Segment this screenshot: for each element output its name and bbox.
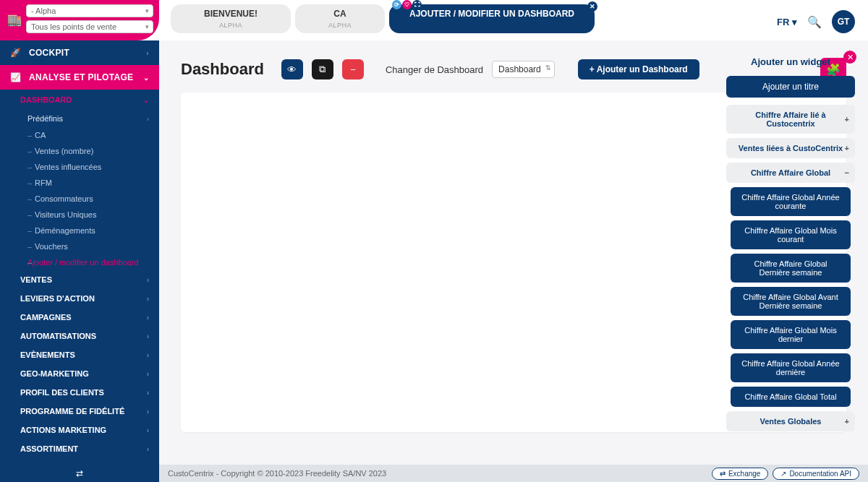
sidebar-leaf-rfm[interactable]: RFM — [0, 175, 159, 191]
accordion-label: Chiffre Affaire Global — [751, 168, 830, 177]
chevron-right-icon: › — [147, 408, 149, 416]
tab-ca[interactable]: CA ALPHA — [295, 4, 385, 33]
avatar[interactable]: GT — [832, 10, 855, 33]
sidebar-label: PROGRAMME DE FIDÉLITÉ — [20, 407, 124, 416]
chart-icon: 📈 — [10, 72, 23, 82]
add-title-button[interactable]: Ajouter un titre — [726, 76, 855, 98]
chevron-right-icon: › — [147, 295, 149, 303]
docs-button[interactable]: ↗Documentation API — [773, 468, 859, 480]
accordion-ventes-custocentrix[interactable]: Ventes liées à CustoCentrix+ — [726, 138, 855, 158]
sidebar-leaf-ajouter[interactable]: Ajouter / modifier un dashboard — [0, 254, 159, 270]
widget-chip[interactable]: Chiffre Affaire Global Mois courant — [731, 220, 851, 249]
sidebar-label: EVÈNEMENTS — [20, 350, 75, 359]
sidebar-dashboard[interactable]: DASHBOARD ⌄ — [0, 90, 159, 110]
sidebar-cat-collecte[interactable]: COLLECTE ET GESTION DE DONNÉES› — [0, 458, 159, 465]
sidebar-leaf-ventes-influencees[interactable]: Ventes influencées — [0, 159, 159, 175]
sidebar-cat-fidelite[interactable]: PROGRAMME DE FIDÉLITÉ› — [0, 402, 159, 421]
exchange-button[interactable]: ⇄Exchange — [712, 468, 768, 480]
footer: CustoCentrix - Copyright © 2010-2023 Fre… — [159, 465, 868, 482]
rocket-icon: 🚀 — [10, 48, 23, 58]
accordion-ca-custocentrix[interactable]: Chiffre Affaire lié à Custocentrix+ — [726, 105, 855, 134]
sidebar-cat-automatisations[interactable]: AUTOMATISATIONS› — [0, 327, 159, 345]
expand-icon[interactable]: ⛶ — [412, 0, 422, 9]
sidebar-leaf-ventes-nombre[interactable]: Ventes (nombre) — [0, 143, 159, 159]
sidebar-predefinis[interactable]: Prédéfinis › — [0, 110, 159, 127]
sidebar-leaf-consommateurs[interactable]: Consommateurs — [0, 191, 159, 207]
chevron-right-icon: › — [147, 445, 149, 453]
chevron-right-icon: › — [147, 314, 149, 322]
tab-bienvenue[interactable]: BIENVENUE! ALPHA — [171, 4, 291, 33]
change-dashboard-label: Changer de Dashboard — [386, 64, 483, 75]
sidebar-cat-ventes[interactable]: VENTES› — [0, 270, 159, 289]
dashboard-select[interactable]: Dashboard — [492, 61, 555, 78]
widget-chip[interactable]: Chiffre Affaire Global Mois dernier — [731, 320, 851, 349]
widget-chip[interactable]: Chiffre Affaire Global Dernière semaine — [731, 254, 851, 283]
sidebar-cat-geomarketing[interactable]: GEO-MARKETING› — [0, 364, 159, 383]
sidebar-cat-leviers[interactable]: LEVIERS D'ACTION› — [0, 289, 159, 308]
sidebar: 🚀 COCKPIT › 📈 ANALYSE ET PILOTAGE ⌄ DASH… — [0, 40, 159, 465]
chevron-right-icon: › — [147, 370, 149, 378]
sidebar-cockpit[interactable]: 🚀 COCKPIT › — [0, 40, 159, 65]
tab-ajouter-dashboard[interactable]: ⟳ ♡ ⛶ AJOUTER / MODIFIER UN DASHBOARD ✕ — [389, 4, 595, 33]
widget-chip[interactable]: Chiffre Affaire Global Avant Dernière se… — [731, 287, 851, 316]
heart-icon[interactable]: ♡ — [402, 0, 412, 9]
panel-title: Ajouter un widget — [722, 51, 859, 76]
external-icon: ↗ — [780, 470, 786, 478]
sidebar-label: LEVIERS D'ACTION — [20, 294, 95, 303]
sidebar-cat-evenements[interactable]: EVÈNEMENTS› — [0, 345, 159, 364]
view-button[interactable]: 👁 — [281, 59, 303, 79]
tab-sublabel: ALPHA — [328, 22, 352, 29]
sidebar-label: GEO-MARKETING — [20, 369, 89, 378]
org-select[interactable]: - Alpha — [26, 4, 153, 17]
eye-icon: 👁 — [287, 64, 297, 75]
sidebar-label: PROFIL DES CLIENTS — [20, 388, 104, 397]
sidebar-cat-actions[interactable]: ACTIONS MARKETING› — [0, 421, 159, 439]
refresh-icon[interactable]: ⟳ — [392, 0, 401, 9]
copy-button[interactable]: ⧉ — [312, 59, 333, 79]
topbar: 🏬 - Alpha Tous les points de vente BIENV… — [0, 0, 868, 40]
chevron-right-icon: › — [147, 426, 149, 434]
sidebar-leaf-vouchers[interactable]: Vouchers — [0, 238, 159, 254]
widget-chip[interactable]: Chiffre Affaire Global Total — [731, 387, 851, 407]
accordion-label: Ventes liées à CustoCentrix — [739, 144, 843, 152]
pos-select[interactable]: Tous les points de vente — [26, 20, 153, 33]
topbar-right: FR ▾ 🔍 GT — [777, 0, 868, 33]
org-selector-area: 🏬 - Alpha Tous les points de vente — [0, 0, 159, 40]
button-label: Documentation API — [789, 470, 851, 478]
sidebar-label: VENTES — [20, 275, 52, 284]
store-icon: 🏬 — [7, 13, 22, 27]
close-panel-button[interactable]: ✕ — [843, 51, 856, 64]
sidebar-label: Prédéfinis — [27, 114, 63, 123]
sidebar-leaf-demenagements[interactable]: Déménagements — [0, 223, 159, 238]
chevron-right-icon: › — [147, 276, 149, 284]
chevron-down-icon: ⌄ — [143, 96, 149, 104]
sidebar-label: ACTIONS MARKETING — [20, 426, 106, 434]
chevron-down-icon: ⌄ — [143, 74, 149, 82]
delete-button[interactable]: − — [342, 59, 364, 79]
sidebar-cat-campagnes[interactable]: CAMPAGNES› — [0, 308, 159, 327]
sidebar-collapse[interactable]: ⇄ — [0, 465, 159, 482]
tab-label: BIENVENUE! — [204, 9, 258, 19]
plus-icon: + — [845, 144, 849, 152]
search-icon[interactable]: 🔍 — [807, 15, 822, 29]
sidebar-cat-profil[interactable]: PROFIL DES CLIENTS› — [0, 383, 159, 402]
sidebar-leaf-visiteurs[interactable]: Visiteurs Uniques — [0, 207, 159, 223]
sidebar-label: CAMPAGNES — [20, 313, 72, 322]
tab-sublabel: ALPHA — [204, 22, 258, 29]
sidebar-analyse[interactable]: 📈 ANALYSE ET PILOTAGE ⌄ — [0, 65, 159, 90]
chevron-right-icon: › — [147, 332, 149, 340]
button-label: Exchange — [728, 470, 760, 478]
close-icon[interactable]: ✕ — [587, 1, 597, 12]
accordion-ventes-globales[interactable]: Ventes Globales+ — [726, 411, 855, 431]
accordion-ca-global[interactable]: Chiffre Affaire Global− — [726, 163, 855, 183]
accordion-label: Ventes Globales — [760, 417, 822, 426]
copyright: CustoCentrix - Copyright © 2010-2023 Fre… — [168, 469, 386, 478]
chevron-right-icon: › — [147, 389, 149, 397]
widget-chip[interactable]: Chiffre Affaire Global Année dernière — [731, 353, 851, 382]
sidebar-leaf-ca[interactable]: CA — [0, 127, 159, 143]
language-selector[interactable]: FR ▾ — [777, 17, 797, 27]
sidebar-cat-assortiment[interactable]: ASSORTIMENT› — [0, 439, 159, 458]
accordion-label: Chiffre Affaire lié à Custocentrix — [755, 111, 825, 128]
add-dashboard-button[interactable]: + Ajouter un Dashboard — [578, 59, 699, 79]
widget-chip[interactable]: Chiffre Affaire Global Année courante — [731, 187, 851, 216]
